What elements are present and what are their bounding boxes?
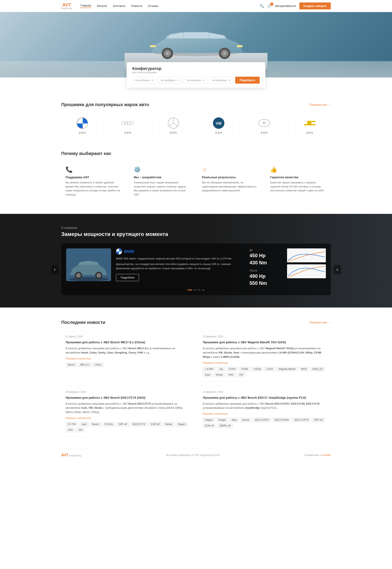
footer-logo[interactable]: AVT Engineering (61, 453, 81, 457)
configurator-title: Конфигуратор (132, 66, 260, 71)
tag[interactable]: CGGB (251, 367, 263, 371)
tag[interactable]: Bosch (66, 362, 77, 367)
configurator-subtitle: для поиска прошивки (132, 71, 260, 74)
slider-car-image (66, 248, 111, 281)
logo[interactable]: AVT Engineering (61, 3, 72, 9)
why-title: Почему выбирают нас (61, 151, 331, 156)
news-tags-4: Stage1 Dodge Jeep Bosch EDC17CP27 EDC17C… (203, 418, 326, 428)
brands-show-all[interactable]: Показать все → (310, 103, 331, 106)
news-title-2: Прошивки для работы с ЭБУ Magneti Marell… (203, 340, 326, 344)
why-card-results-title: Реальные результаты (202, 175, 258, 179)
brand-vw-count: 8 974 (215, 131, 222, 134)
register-button[interactable]: Создать аккаунт (299, 2, 331, 9)
tag[interactable]: Audi (79, 422, 89, 426)
stat-before-nm: 430 Nm (250, 260, 282, 266)
brands-title: Прошивки для популярных марок авто (61, 102, 149, 107)
tag[interactable]: CVN fix (102, 422, 115, 426)
why-grid: 📞 Поддержка 24/7 Вы можете позвонить в л… (61, 161, 331, 202)
news-link-2[interactable]: Показать полностью (203, 361, 326, 364)
tag[interactable]: Bosch (90, 422, 101, 426)
news-title: Последние новости (61, 320, 105, 325)
brand-mercedes[interactable]: 8 974 (152, 113, 194, 139)
dot-3[interactable] (198, 289, 200, 290)
svg-rect-9 (150, 45, 156, 47)
slider-next-button[interactable]: › (334, 265, 341, 274)
tag[interactable]: EGR off (203, 423, 216, 428)
svg-text:VW: VW (216, 121, 222, 126)
brand-hyundai[interactable]: H 8 974 (243, 113, 285, 139)
tag[interactable]: 2.0 TDI (66, 422, 78, 426)
tag[interactable]: EDC17CP79 (292, 418, 311, 422)
tag[interactable]: Skoda (163, 422, 174, 426)
news-card-4: 21 февраля, 2025 Прошивки для работы с Э… (198, 386, 331, 436)
nav-catalog[interactable]: Каталог (97, 4, 107, 8)
dot-2[interactable] (194, 289, 196, 290)
brand-chevrolet[interactable]: 8 974 (289, 113, 331, 139)
nav-news[interactable]: Новости (131, 4, 142, 8)
select-engine[interactable]: Не выбрано ▼ (210, 77, 233, 84)
tag[interactable]: VW (237, 373, 245, 377)
select-make[interactable]: Не выбрано ▼ (132, 77, 156, 84)
tag[interactable]: EGR off (148, 422, 162, 426)
tag[interactable]: Jeep (229, 418, 239, 422)
news-tags-2: 1.6 MPI 7gv CFNA CFNB CGGB CLRA Magneti … (203, 367, 326, 377)
cart-icon[interactable]: 🛒 0 (267, 4, 272, 8)
stat-before-hp: 450 Hp (250, 253, 282, 259)
news-link-1[interactable]: Показать полностью (66, 357, 189, 360)
tag[interactable]: EDC17C74 (130, 422, 147, 426)
find-button[interactable]: Подобрать (235, 77, 260, 84)
login-button[interactable]: Авторизоваться (275, 4, 296, 8)
tag[interactable]: EDC17CP49 (273, 418, 291, 422)
tag[interactable]: Dodge (216, 418, 228, 422)
footer-dev: Разработано в InStudio (304, 454, 331, 457)
slider-more-button[interactable]: Подробнее (116, 274, 139, 281)
dot-1[interactable] (187, 289, 192, 290)
tag[interactable]: Stage1 (203, 418, 215, 422)
news-text-3: В каталог добавлены прошивки для работы … (66, 402, 189, 414)
brand-audi[interactable]: 8 974 (107, 113, 149, 139)
select-model[interactable]: Не выбрано ▼ (158, 77, 182, 84)
tag[interactable]: CFNB (239, 367, 250, 371)
tag[interactable]: Seat (203, 373, 212, 377)
select-year[interactable]: Не выбрано ▼ (184, 77, 208, 84)
why-section: Почему выбирают нас 📞 Поддержка 24/7 Вы … (0, 143, 392, 210)
tag[interactable]: Stage1 (176, 422, 188, 426)
tag[interactable]: VAG (66, 428, 75, 432)
tag[interactable]: Magneti Marelli (277, 367, 297, 371)
tag[interactable]: ME1.8.x (78, 362, 91, 367)
tag[interactable]: DPF off (116, 422, 129, 426)
slider-prev-button[interactable]: ‹ (51, 265, 58, 274)
brand-bmw[interactable]: 8 974 (61, 113, 103, 139)
news-card-2: 23 февраля, 2020 Прошивки для работы с Э… (198, 331, 331, 381)
brand-vw[interactable]: VW 8 974 (198, 113, 240, 139)
nav-contacts[interactable]: Контакты (113, 4, 125, 8)
tag[interactable]: MOD_E2 (310, 367, 325, 371)
nav-home[interactable]: Главная (80, 4, 91, 8)
tag[interactable]: CLRA (264, 367, 275, 371)
chevron-down-icon: ▼ (203, 79, 205, 81)
configurator-controls: Не выбрано ▼ Не выбрано ▼ Не выбрано ▼ Н… (132, 77, 260, 84)
nav-reviews[interactable]: Отзывы (148, 4, 158, 8)
tag[interactable]: Bosch (240, 418, 251, 422)
tag[interactable]: China (93, 362, 103, 367)
tag[interactable]: VAG (226, 373, 236, 377)
dot-4[interactable] (202, 289, 205, 290)
tag[interactable]: MOD (299, 367, 309, 371)
news-link-4[interactable]: Показать полностью (203, 412, 326, 415)
news-show-all[interactable]: Показать все → (310, 321, 331, 324)
tag[interactable]: EDC17CP27 (253, 418, 271, 422)
svg-point-4 (166, 52, 169, 55)
news-grid: 01 марта, 2020 Прошивки для работы с ЭБУ… (61, 331, 331, 436)
tag[interactable]: VW (76, 428, 84, 432)
news-text-2: В каталог добавлены прошивки для работы … (203, 346, 326, 359)
tag[interactable]: Skoda (213, 373, 225, 377)
search-icon[interactable]: 🔍 (260, 4, 264, 8)
brand-audi-count: 8 974 (125, 131, 131, 134)
tag[interactable]: SWIRL off (217, 423, 233, 428)
tag[interactable]: 1.6 MPI (203, 367, 216, 371)
news-link-3[interactable]: Показать полностью (66, 417, 189, 419)
tag[interactable]: 7gv (217, 367, 225, 371)
footer: AVT Engineering Все права защищены (с) A… (0, 449, 392, 462)
tag[interactable]: DPF off (312, 418, 325, 422)
tag[interactable]: CFNA (227, 367, 238, 371)
